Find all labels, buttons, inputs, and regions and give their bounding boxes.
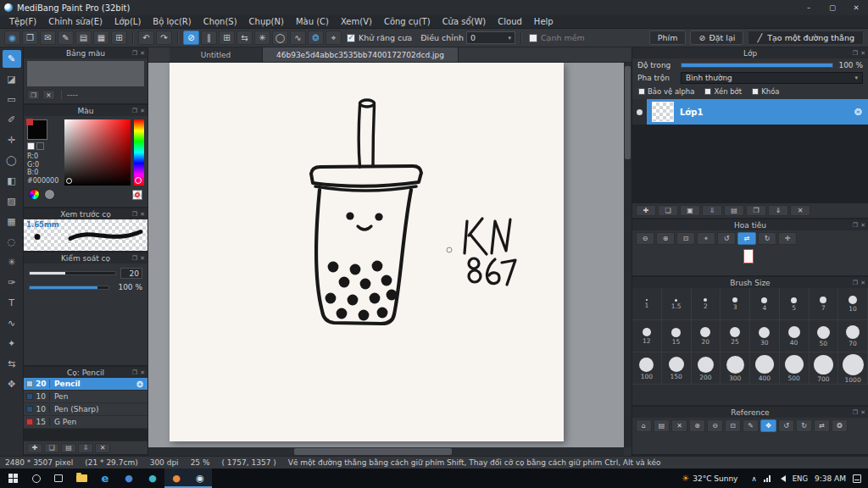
snap-grid-button[interactable]: ⊞ — [219, 30, 235, 45]
brush-size-option[interactable]: 25 — [721, 320, 750, 352]
brush-size-option[interactable]: 3 — [721, 288, 750, 320]
weather-widget[interactable]: ☀ 32°C Sunny — [675, 469, 744, 488]
layer-folder-button[interactable]: ▤ — [724, 205, 744, 216]
reset-view-button[interactable]: ✛ — [778, 232, 797, 245]
reset-button[interactable]: ⊘ Đặt lại — [690, 30, 743, 45]
flip-horizontal-button[interactable]: ⇄ — [814, 419, 830, 432]
palette-swatch-area[interactable] — [27, 61, 144, 86]
comment-button[interactable]: ✉ — [40, 30, 56, 45]
zoom-reset-button[interactable]: ⌖ — [697, 232, 715, 245]
brush-size-option[interactable]: 10 — [838, 288, 868, 320]
search-button[interactable] — [25, 469, 47, 488]
start-button[interactable] — [0, 469, 25, 488]
brush-size-option[interactable]: 15 — [662, 320, 692, 352]
brush-size-option[interactable]: 50 — [810, 320, 839, 352]
eyedropper-tool-button[interactable]: ✦ — [3, 335, 21, 352]
redo-button[interactable]: ↷ — [156, 30, 172, 45]
gradient-tool-button[interactable]: ▨ — [3, 192, 21, 210]
snap-radial-button[interactable]: ✳ — [254, 30, 270, 45]
scrollbar-thumb[interactable] — [625, 66, 631, 159]
popout-icon[interactable]: ❐ — [853, 280, 858, 286]
home-button[interactable]: ⌂ — [636, 419, 652, 432]
popout-icon[interactable]: ❐ — [132, 211, 137, 218]
navigator-thumbnail[interactable] — [743, 249, 754, 263]
select-pen-tool-button[interactable]: ✑ — [3, 274, 21, 291]
minimize-button[interactable]: – — [797, 0, 821, 15]
layer-option-checkbox-1[interactable]: Xén bớt — [704, 87, 742, 96]
delete-layer-button[interactable]: ✕ — [790, 205, 810, 216]
undo-button[interactable]: ↶ — [138, 30, 154, 45]
grid-button[interactable]: ⊞ — [111, 30, 127, 45]
close-icon[interactable]: ✕ — [860, 222, 865, 229]
layer-opacity-slider[interactable] — [681, 63, 833, 68]
vertical-scrollbar[interactable] — [624, 63, 632, 447]
close-image-button[interactable]: ✕ — [671, 419, 687, 432]
eyedropper-button[interactable]: ✎ — [743, 419, 759, 432]
add-swatch-button[interactable]: ❐ — [27, 90, 40, 100]
menu-item-1[interactable]: Chỉnh sửa(E) — [42, 17, 108, 26]
menu-item-3[interactable]: Bộ lọc(R) — [147, 17, 197, 26]
new-layer-button[interactable]: ❏ — [658, 205, 678, 216]
brush-size-option[interactable]: 40 — [780, 320, 810, 352]
settings-button[interactable]: ❂ — [832, 419, 848, 432]
close-button[interactable]: ✕ — [844, 0, 868, 15]
network-icon[interactable] — [764, 475, 771, 482]
add-layer-button[interactable]: ✚ — [636, 205, 656, 216]
zoom-in-button[interactable]: ⊕ — [689, 419, 705, 432]
tray-chevron-icon[interactable]: ∧ — [751, 474, 756, 483]
snap-off-button[interactable]: ⊘ — [183, 30, 199, 45]
zoom-tool-button[interactable]: ◯ — [3, 152, 21, 169]
menu-item-11[interactable]: Help — [528, 17, 559, 26]
snap-settings-button[interactable]: ❂ — [308, 30, 324, 45]
brush-size-option[interactable]: 500 — [780, 352, 810, 385]
brush-size-option[interactable]: 200 — [692, 352, 721, 385]
brush-size-option[interactable]: 1.5 — [662, 288, 692, 320]
edge-browser-button[interactable]: e — [93, 469, 117, 488]
delete-swatch-button[interactable]: ✕ — [42, 90, 55, 100]
menu-item-9[interactable]: Cửa sổ(W) — [437, 17, 492, 26]
gear-icon[interactable]: ❂ — [136, 380, 145, 389]
close-icon[interactable]: ✕ — [860, 50, 865, 57]
app-teal-button[interactable]: ● — [141, 469, 164, 488]
brush-tool-button[interactable]: ✐ — [3, 111, 21, 129]
brush-opacity-slider[interactable] — [29, 286, 109, 290]
layer-visibility-toggle[interactable] — [632, 99, 647, 125]
medibang-brush-button[interactable]: ◉ — [4, 30, 20, 45]
transfer-layer-button[interactable]: ⇩ — [702, 205, 722, 216]
popout-icon[interactable]: ❐ — [132, 255, 137, 262]
zoom-reset-button[interactable]: ⊡ — [725, 419, 741, 432]
brush-size-option[interactable]: 1000 — [838, 352, 868, 385]
menu-item-2[interactable]: Lớp(L) — [108, 17, 147, 26]
transparent-color-indicator[interactable] — [132, 190, 142, 200]
brush-size-option[interactable]: 20 — [692, 320, 721, 352]
zoom-in-button[interactable]: ⊕ — [656, 232, 675, 245]
eraser-tool-button[interactable]: ◪ — [3, 70, 21, 88]
pan-hand-button[interactable]: ✥ — [760, 419, 776, 432]
antialias-checkbox[interactable]: ✓ Khử răng cưa — [347, 33, 412, 42]
menu-item-7[interactable]: Xem(V) — [335, 17, 378, 26]
speaker-icon[interactable] — [777, 475, 786, 482]
snap-curve-button[interactable]: ∿ — [290, 30, 306, 45]
rotate-left-button[interactable]: ↺ — [778, 419, 794, 432]
popout-icon[interactable]: ❐ — [853, 50, 858, 57]
close-icon[interactable]: ✕ — [140, 369, 145, 376]
color-wheel-button[interactable] — [29, 189, 40, 200]
soft-edge-checkbox[interactable]: Cạnh mềm — [529, 33, 585, 42]
hue-slider[interactable] — [134, 119, 144, 186]
clock[interactable]: 9:38 AM — [815, 474, 846, 483]
popout-icon[interactable]: ❐ — [853, 409, 858, 416]
brush-size-option[interactable]: 2 — [692, 288, 721, 320]
snap-horizontal-button[interactable]: ⇆ — [236, 30, 253, 45]
menu-item-5[interactable]: Chụp(N) — [243, 17, 290, 26]
brush-size-option[interactable]: 150 — [662, 352, 692, 385]
close-icon[interactable]: ✕ — [860, 409, 865, 416]
foreground-color-swatch[interactable] — [27, 119, 47, 140]
brush-button[interactable]: ✎ — [58, 30, 74, 45]
page-button[interactable]: ▤ — [75, 30, 92, 45]
bucket-tool-button[interactable]: ◧ — [3, 172, 21, 190]
action-center-icon[interactable] — [853, 474, 861, 483]
rotate-right-button[interactable]: ↻ — [796, 419, 812, 432]
alt-color-swatch[interactable] — [36, 142, 44, 150]
menu-item-6[interactable]: Màu (C) — [290, 17, 335, 26]
menu-item-10[interactable]: Cloud — [492, 17, 528, 26]
